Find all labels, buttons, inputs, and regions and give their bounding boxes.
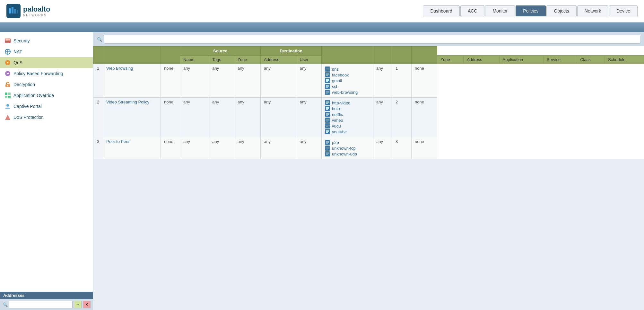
svg-rect-60 [326,121,328,121]
addresses-go-button[interactable]: → [74,301,82,308]
app-item[interactable]: vudu [325,123,370,128]
tab-dashboard[interactable]: Dashboard [423,5,460,16]
svg-rect-6 [5,40,10,41]
svg-rect-1 [12,7,13,13]
svg-rect-64 [326,127,328,127]
tab-network[interactable]: Network [577,5,608,16]
svg-rect-43 [326,92,329,93]
svg-rect-62 [326,125,329,125]
app-item[interactable]: p2p [325,140,370,145]
row-src-zone: any [180,137,209,159]
sidebar-item-captive-portal[interactable]: Captive Portal [0,101,93,112]
app-item[interactable]: ssl [325,84,370,89]
app-item[interactable]: hulu [325,106,370,111]
svg-point-22 [6,104,9,107]
sidebar-item-pbf[interactable]: Policy Based Forwarding [0,68,93,79]
col-service: Service [543,56,577,64]
search-icon: 🔍 [97,37,102,42]
sidebar-item-security[interactable]: Security [0,35,93,46]
row-name[interactable]: Video Streaming Policy [103,98,161,137]
sidebar-item-app-override[interactable]: Application Override [0,90,93,101]
qos-icon [4,59,11,66]
nat-icon [4,49,11,55]
row-name[interactable]: Web Browsing [103,64,161,98]
nav-tabs: Dashboard ACC Monitor Policies Objects N… [423,5,638,16]
app-item[interactable]: web-browsing [325,90,370,95]
svg-rect-67 [326,131,329,132]
svg-rect-44 [326,93,328,93]
row-tags: none [161,98,180,137]
sidebar-label-pbf: Policy Based Forwarding [13,71,63,76]
svg-rect-40 [326,87,328,88]
svg-rect-58 [326,119,329,120]
col-src-user: User [296,56,322,64]
app-name: unknown-tcp [332,146,356,151]
col-schedule: Schedule [605,56,644,64]
row-src-user: any [234,64,260,98]
svg-rect-52 [326,109,328,110]
app-icon [325,146,330,151]
app-item[interactable]: vimeo [325,118,370,123]
app-item[interactable]: dns [325,66,370,72]
app-name: dns [332,67,339,72]
app-name: facebook [332,73,349,77]
col-tags: Tags [209,56,234,64]
app-item[interactable]: http-video [325,100,370,105]
svg-rect-55 [326,114,329,115]
sidebar-item-dos[interactable]: ! DoS Protection [0,112,93,123]
source-group-header: Source [180,47,261,56]
addresses-search-bar: 🔍 → ✕ [0,299,93,310]
svg-rect-7 [5,42,9,42]
sidebar-item-nat[interactable]: NAT [0,46,93,57]
main-layout: Security NAT QoS [0,32,644,310]
app-name: p2p [332,140,339,145]
addresses-clear-button[interactable]: ✕ [83,301,91,308]
svg-rect-31 [326,75,329,75]
tab-policies[interactable]: Policies [516,5,546,16]
row-service: any [373,64,392,98]
search-bar: 🔍 [93,32,644,46]
sidebar-item-qos[interactable]: QoS [0,57,93,68]
sidebar-label-nat: NAT [13,49,22,54]
table-row: 1 Web Browsing none any any any any any … [93,64,644,98]
row-src-user: any [234,98,260,137]
row-dst-zone: any [261,98,296,137]
addresses-label: Addresses [3,293,24,298]
tab-device[interactable]: Device [609,5,638,16]
row-schedule: none [412,98,437,137]
app-item[interactable]: netflix [325,112,370,117]
app-name: netflix [332,112,343,117]
app-item[interactable]: unknown-udp [325,151,370,156]
svg-rect-72 [326,143,328,144]
app-item[interactable]: unknown-tcp [325,146,370,151]
svg-rect-66 [326,130,329,131]
addresses-search-input[interactable] [9,301,73,308]
app-icon [325,106,330,111]
tab-objects[interactable]: Objects [546,5,576,16]
svg-rect-54 [326,113,329,114]
svg-rect-21 [8,96,11,98]
svg-rect-20 [5,96,7,98]
logo-icon [6,4,21,18]
sidebar-item-decryption[interactable]: Decryption [0,79,93,90]
svg-rect-3 [17,10,18,13]
svg-rect-42 [326,91,329,92]
row-name[interactable]: Peer to Peer [103,137,161,159]
search-input[interactable] [104,35,640,44]
tab-acc[interactable]: ACC [460,5,485,16]
row-applications: http-video hulu netflix vimeo vudu youtu… [322,98,373,137]
row-src-zone: any [180,64,209,98]
app-item[interactable]: youtube [325,129,370,134]
app-item[interactable]: facebook [325,72,370,77]
app-icon [325,118,330,123]
svg-rect-78 [326,153,329,153]
svg-rect-68 [326,132,328,133]
addresses-panel-header[interactable]: Addresses [0,292,93,299]
col-dst-addr: Address [464,56,499,64]
svg-rect-0 [9,8,11,13]
subheader [0,22,644,32]
tab-monitor[interactable]: Monitor [485,5,515,16]
app-item[interactable]: gmail [325,78,370,83]
app-icon [325,129,330,134]
sidebar-label-dos: DoS Protection [13,115,44,120]
